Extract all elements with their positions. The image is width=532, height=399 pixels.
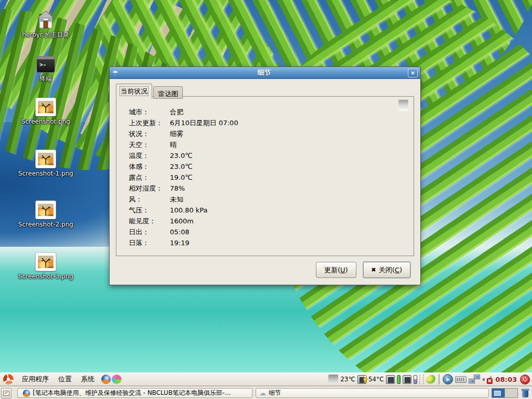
dialog-titlebar[interactable]: ☂ 细节 × bbox=[110, 67, 420, 79]
field-temperature: 温度：23.0℃ bbox=[129, 150, 393, 161]
trash-icon[interactable] bbox=[520, 388, 530, 398]
workspace-2[interactable] bbox=[504, 389, 517, 397]
media-player-icon[interactable]: ▶ bbox=[443, 374, 453, 384]
menu-places[interactable]: 位置 bbox=[54, 373, 76, 385]
close-icon[interactable]: × bbox=[408, 69, 418, 77]
desktop-icon-label: heroyr 的主目录 bbox=[22, 31, 70, 39]
home-icon bbox=[36, 10, 56, 29]
cpu-sensor-icon[interactable] bbox=[357, 375, 366, 384]
desktop-icon-screenshot[interactable]: Screenshot.png bbox=[9, 98, 82, 125]
close-button[interactable]: ✖ 关闭(C) bbox=[363, 262, 410, 278]
weather-app-icon: ☂ bbox=[112, 70, 121, 76]
app-launcher-icon[interactable] bbox=[112, 375, 122, 384]
desktop-icon-label: Screenshot-1.png bbox=[18, 170, 73, 177]
monitor-bar-purple bbox=[414, 375, 417, 384]
tab-radar-map[interactable]: 雷达图 bbox=[153, 86, 183, 99]
image-file-icon bbox=[35, 98, 56, 116]
taskbar-window-firefox[interactable]: [笔记本电脑使用、维护及保修经验交流 - NBCLUB笔记本电脑俱乐部-… bbox=[17, 388, 252, 398]
power-button-icon[interactable] bbox=[520, 375, 530, 384]
desktop-icon-screenshot-2[interactable]: Screenshot-2.png bbox=[9, 201, 82, 228]
field-humidity: 相对湿度：78% bbox=[129, 183, 393, 194]
workspace-1-active[interactable] bbox=[492, 389, 504, 397]
field-sunrise: 日出：05:08 bbox=[129, 227, 393, 237]
desktop-icon-label: Screenshot.png bbox=[21, 118, 70, 125]
menu-system[interactable]: 系统 bbox=[76, 373, 99, 385]
taskbar-window-details[interactable]: ☁ 细节 bbox=[256, 388, 489, 398]
dialog-title: 细节 bbox=[121, 68, 408, 77]
field-pressure: 气压：100.80 kPa bbox=[129, 205, 393, 216]
field-visibility: 能见度：1600m bbox=[129, 216, 393, 227]
update-button[interactable]: 更新(U) bbox=[316, 262, 356, 278]
tray-separator bbox=[438, 374, 440, 384]
desktop-icon-screenshot-1[interactable]: Screenshot-1.png bbox=[9, 150, 82, 177]
image-file-icon bbox=[35, 252, 56, 271]
weather-fields: 城市：合肥 上次更新：6月10日星期日 07:00 状况：细雾 天空：晴 温度：… bbox=[129, 107, 393, 248]
tab-current-conditions[interactable]: 当前状况 bbox=[116, 84, 152, 99]
dialog-buttons: 更新(U) ✖ 关闭(C) bbox=[316, 262, 410, 278]
volume-muted-icon[interactable] bbox=[482, 375, 493, 384]
desktop-icon-screenshot-3[interactable]: Screenshot-3.png bbox=[9, 252, 82, 280]
desktop-icon-label: Screenshot-3.png bbox=[18, 273, 73, 280]
panel-menus: 应用程序 位置 系统 bbox=[0, 373, 122, 385]
tab-content-frame: 城市：合肥 上次更新：6月10日星期日 07:00 状况：细雾 天空：晴 温度：… bbox=[116, 96, 414, 256]
field-sky: 天空：晴 bbox=[129, 139, 393, 150]
image-file-icon bbox=[35, 201, 56, 219]
sensor-icon[interactable] bbox=[386, 375, 395, 384]
field-dew-point: 露点：19.0℃ bbox=[129, 172, 393, 183]
tray-grip-handle[interactable] bbox=[419, 375, 424, 384]
weather-image-placeholder bbox=[398, 100, 408, 110]
panel-clock[interactable]: 08:03 bbox=[496, 376, 517, 383]
terminal-icon: >- bbox=[36, 56, 55, 73]
system-tray: 23℃ 54°C ▶ 08:03 bbox=[328, 373, 532, 385]
field-wind: 风：未知 bbox=[129, 194, 393, 205]
field-city: 城市：合肥 bbox=[129, 107, 393, 117]
ubuntu-logo-icon[interactable] bbox=[3, 374, 14, 384]
desktop-icon-label: 终端 bbox=[39, 74, 52, 83]
cloud-icon: ☁ bbox=[259, 390, 266, 396]
network-applet-icon[interactable] bbox=[425, 374, 436, 384]
weather-details-dialog: ☂ 细节 × 当前状况 雷达图 城市：合肥 上次更新：6月10日星期日 07:0… bbox=[109, 66, 421, 285]
image-file-icon bbox=[35, 150, 56, 168]
menu-applications[interactable]: 应用程序 bbox=[17, 373, 54, 385]
desktop-icon-label: Screenshot-2.png bbox=[18, 221, 73, 228]
monitor-bar-green bbox=[397, 375, 401, 384]
cpu-temperature[interactable]: 54°C bbox=[368, 376, 384, 383]
weather-temperature[interactable]: 23℃ bbox=[340, 376, 355, 383]
field-feels-like: 体感：23.0℃ bbox=[129, 161, 393, 172]
network-monitor-icon[interactable] bbox=[469, 375, 480, 384]
firefox-launcher-icon[interactable] bbox=[101, 375, 111, 384]
field-last-update: 上次更新：6月10日星期日 07:00 bbox=[129, 117, 393, 128]
bottom-menu-panel: 应用程序 位置 系统 23℃ 54°C ▶ 08:03 bbox=[0, 373, 532, 386]
desktop-icon-terminal[interactable]: >- 终端 bbox=[9, 56, 82, 83]
thermometer-icon bbox=[364, 375, 367, 383]
sensor-icon[interactable] bbox=[403, 375, 411, 384]
dialog-tabs: 当前状况 雷达图 bbox=[116, 83, 183, 98]
weather-applet-icon[interactable] bbox=[328, 375, 338, 384]
firefox-icon bbox=[23, 390, 30, 397]
workspace-switcher[interactable] bbox=[491, 388, 518, 398]
field-sunset: 日落：19:19 bbox=[129, 237, 393, 248]
field-condition: 状况：细雾 bbox=[129, 128, 393, 139]
window-list-taskbar: [笔记本电脑使用、维护及保修经验交流 - NBCLUB笔记本电脑俱乐部-… ☁ … bbox=[0, 386, 532, 399]
keyboard-indicator-icon[interactable] bbox=[455, 376, 467, 383]
close-x-icon: ✖ bbox=[371, 267, 376, 273]
desktop-icon-home[interactable]: heroyr 的主目录 bbox=[9, 10, 82, 39]
show-desktop-button[interactable] bbox=[1, 388, 11, 398]
